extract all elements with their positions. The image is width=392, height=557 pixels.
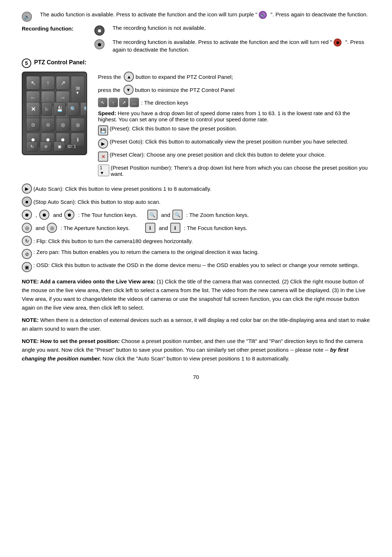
preset-clear-icon[interactable]: ✕	[98, 152, 108, 162]
osd-icon[interactable]: ▣	[22, 262, 32, 272]
ptz-focus-near-btn[interactable]: ⊙	[26, 118, 40, 132]
tour-icon-2[interactable]: ⏺	[39, 210, 49, 220]
ptz-focus-far-btn[interactable]: ⊙	[41, 118, 55, 132]
ptz-preset-save-btn[interactable]: 💾	[53, 102, 66, 116]
recording-icon-unavailable: ⏺	[94, 25, 105, 36]
ptz-up-btn[interactable]: ↑	[41, 76, 55, 90]
ptz-snapshot-btn[interactable]: ▣	[54, 141, 65, 152]
ptz-zero-pan-btn[interactable]: ⊘	[40, 141, 52, 152]
press-minimize-label: press the	[98, 87, 121, 93]
recording-function-label: Recording function:	[22, 25, 94, 32]
osd-text: : OSD: Click this button to activate the…	[33, 262, 359, 268]
flip-text: : Flip: Click this button to turn the ca…	[33, 238, 193, 244]
aperture-and-text: and	[36, 225, 45, 231]
focus-text: : The Focus function keys.	[184, 225, 248, 231]
expand-text: button to expand the PTZ Control Panel;	[135, 74, 233, 80]
tour-icon-1[interactable]: ⏺	[22, 210, 32, 220]
preset-save-icon[interactable]: 💾	[98, 125, 108, 136]
ptz-zoom-out-btn[interactable]: 🔍	[80, 102, 87, 116]
preset-clear-text: (Preset Clear): Choose any one preset po…	[110, 152, 326, 158]
ptz-speed-selector[interactable]: 38▼	[71, 76, 85, 105]
aperture-icon-2[interactable]: ◎	[47, 223, 57, 233]
zoom-and-text: and	[161, 212, 170, 218]
zero-pan-icon[interactable]: ⊘	[22, 249, 32, 259]
dir-icon-3: ↗	[119, 98, 128, 107]
ptz-upright-btn[interactable]: ↗	[56, 76, 70, 90]
ptz-preset-num[interactable]: 1↕	[41, 102, 52, 116]
page-number: 70	[22, 374, 370, 380]
tour-icon-3[interactable]: ⏺	[64, 210, 74, 220]
focus-icon-2[interactable]: ℹ	[170, 223, 180, 233]
press-expand-label: Press the	[98, 74, 121, 80]
note-2: NOTE: When there is a detection of exter…	[22, 316, 370, 333]
stop-scan-text: (Stop Auto Scan): Click this button to s…	[33, 199, 160, 205]
zero-pan-text: : Zero pan: This button enables you to r…	[33, 249, 259, 255]
zoom-text: : The Zoom function keys.	[186, 212, 249, 218]
ptz-x-btn[interactable]: ✕	[26, 102, 40, 116]
auto-scan-text: (Auto Scan): Click this button to view p…	[33, 186, 211, 192]
preset-position-dropdown[interactable]: 1 ▼	[98, 165, 109, 176]
flip-icon[interactable]: ↻	[22, 236, 32, 246]
note-1: NOTE: Add a camera video onto the Live V…	[22, 277, 370, 312]
zoom-out-icon[interactable]: 🔍	[172, 210, 183, 220]
recording-icon-available: ⏺	[94, 39, 105, 49]
auto-scan-icon[interactable]: ▶	[22, 183, 32, 194]
focus-icon-1[interactable]: ℹ	[145, 223, 155, 233]
ptz-flip-btn[interactable]: ↻	[26, 141, 38, 152]
aperture-text: : The Aperture function keys.	[61, 225, 130, 231]
aperture-icon-1[interactable]: ◎	[22, 223, 32, 233]
zoom-in-icon[interactable]: 🔍	[147, 210, 158, 220]
tour-and-text: and	[53, 212, 62, 218]
tour-text: : The Tour function keys.	[78, 212, 137, 218]
ptz-label: PTZ Control Panel:	[34, 58, 86, 66]
recording-not-available-text: The recording function is not available.	[113, 25, 370, 31]
ptz-iris-open-btn[interactable]: ◎	[56, 118, 70, 132]
focus-and-text: and	[159, 225, 168, 231]
preset-save-text: (Preset): Click this button to save the …	[110, 125, 237, 132]
direction-label: : The direction keys	[141, 100, 188, 106]
dir-icon-4: …	[130, 98, 139, 107]
note-3: NOTE: How to set the preset position: Ch…	[22, 337, 370, 363]
expand-icon[interactable]: ▲	[124, 72, 134, 82]
audio-icon: 🔊	[22, 12, 32, 22]
ptz-zoom-in-btn[interactable]: 🔍	[67, 102, 79, 116]
preset-goto-text: (Preset Goto): Click this button to auto…	[110, 138, 348, 145]
ptz-iris-close-btn[interactable]: ◎	[71, 118, 85, 132]
stop-scan-icon[interactable]: ■	[22, 197, 32, 207]
ptz-upleft-btn[interactable]: ↖	[26, 76, 40, 90]
dir-icon-1: ↖	[98, 98, 107, 107]
audio-description: The audio function is available. Press t…	[40, 11, 370, 19]
dir-icon-2: ↑	[109, 98, 118, 107]
minimize-icon[interactable]: ▼	[123, 85, 134, 95]
preset-goto-icon[interactable]: ▶	[98, 138, 108, 149]
ptz-id-label: ID: 1	[68, 144, 76, 149]
ptz-panel-image: ↖ ↑ ↗ 38▼ ← · → ↙ ↓ ↘ ✕ 1↕ 💾 🔍 🔍	[22, 72, 87, 155]
minimize-text: button to minimize the PTZ Control Panel	[135, 87, 234, 93]
ptz-right-content: Press the ▲ button to expand the PTZ Con…	[98, 72, 370, 180]
section-number-5: 5	[22, 58, 31, 68]
preset-position-text: (Preset Position number): There's a drop…	[111, 165, 370, 177]
speed-description: Speed: Here you have a drop down list of…	[98, 110, 370, 122]
recording-available-text: The recording function is available. Pre…	[113, 39, 370, 53]
